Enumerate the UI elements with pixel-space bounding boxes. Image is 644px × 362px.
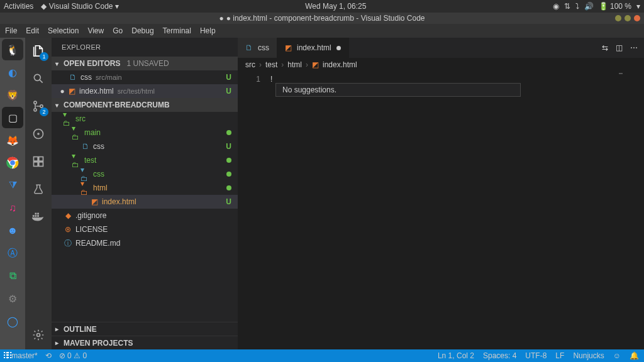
- clock[interactable]: Wed May 1, 06:25: [119, 2, 553, 11]
- eol[interactable]: LF: [555, 351, 564, 360]
- tree-file[interactable]: ⓘREADME.md: [52, 236, 238, 250]
- network-icon[interactable]: ⇅: [564, 2, 570, 11]
- beaker-icon[interactable]: [30, 181, 47, 197]
- menu-selection[interactable]: Selection: [48, 26, 79, 35]
- source-control-icon[interactable]: 2: [30, 98, 47, 114]
- sync-icon[interactable]: ⟲: [45, 351, 52, 360]
- suggestion-widget[interactable]: No suggestions.: [275, 83, 521, 97]
- launcher-music-icon[interactable]: ♫: [2, 197, 23, 219]
- file-icon: ◩: [89, 197, 99, 206]
- language-mode[interactable]: Nunjucks: [573, 351, 604, 360]
- menu-terminal[interactable]: Terminal: [163, 26, 191, 35]
- svg-rect-16: [37, 213, 39, 215]
- extensions-icon[interactable]: [30, 153, 47, 170]
- debug-icon[interactable]: [30, 126, 47, 142]
- svg-rect-11: [39, 162, 43, 167]
- maximize-icon[interactable]: [625, 15, 631, 21]
- volume-icon[interactable]: 🔊: [584, 2, 594, 11]
- launcher-terminal-icon[interactable]: ▢: [2, 107, 23, 128]
- wifi-icon[interactable]: ⤵: [575, 2, 579, 11]
- power-icon[interactable]: ▾: [636, 2, 640, 11]
- menu-file[interactable]: File: [5, 26, 17, 35]
- editor-tab[interactable]: ◩ index.html: [277, 38, 349, 58]
- tree-file[interactable]: ◆.gitignore: [52, 209, 238, 222]
- code-editor[interactable]: 1 ! No suggestions.: [238, 72, 644, 349]
- file-icon: 🗋: [80, 142, 91, 151]
- tree-folder[interactable]: ▾ 🗀html: [52, 181, 238, 195]
- launcher-settings-icon[interactable]: ⚙: [2, 288, 23, 309]
- launcher-finder-icon[interactable]: ☻: [2, 220, 23, 241]
- menu-debug[interactable]: Debug: [131, 26, 153, 35]
- launcher-monitor-icon[interactable]: ⧉: [2, 265, 23, 287]
- settings-gear-icon[interactable]: [30, 327, 47, 343]
- system-tray[interactable]: ◉ ⇅ ⤵ 🔊 🔋 100 % ▾: [553, 2, 640, 11]
- tree-file[interactable]: ◩index.htmlU: [52, 195, 238, 209]
- svg-rect-14: [37, 215, 39, 217]
- chevron-right-icon: ▸: [55, 326, 58, 332]
- feedback-icon[interactable]: ☺: [613, 351, 621, 360]
- menu-go[interactable]: Go: [113, 26, 123, 35]
- launcher-chrome-icon[interactable]: [2, 152, 23, 173]
- launcher-app-icon[interactable]: ◯: [2, 310, 23, 332]
- explorer-icon[interactable]: 1: [30, 43, 47, 59]
- tree-folder[interactable]: ▾ 🗀test: [52, 153, 238, 167]
- menu-edit[interactable]: Edit: [26, 26, 39, 35]
- editor-tab[interactable]: 🗋 css: [238, 38, 277, 58]
- close-icon[interactable]: [634, 15, 640, 21]
- activities-button[interactable]: Activities: [4, 2, 33, 11]
- svg-rect-15: [35, 213, 37, 215]
- svg-point-2: [34, 74, 40, 80]
- launcher-vscode-icon[interactable]: ⧩: [2, 175, 23, 196]
- launcher-appstore-icon[interactable]: Ⓐ: [2, 243, 23, 264]
- statusbar: ᛘ master* ⟲ ⊘ 0 ⚠ 0 Ln 1, Col 2 Spaces: …: [0, 349, 644, 362]
- project-header[interactable]: ▾ COMPONENT-BREADCRUMB: [52, 98, 238, 112]
- html-file-icon: ◩: [312, 60, 319, 69]
- open-editor-item[interactable]: 🗋 csssrc/main U: [52, 70, 238, 84]
- encoding[interactable]: UTF-8: [525, 351, 547, 360]
- battery-icon[interactable]: 🔋 100 %: [599, 2, 631, 11]
- compare-icon[interactable]: ⇆: [602, 43, 608, 52]
- svg-point-1: [10, 160, 15, 165]
- menu-help[interactable]: Help: [200, 26, 216, 35]
- indentation[interactable]: Spaces: 4: [483, 351, 516, 360]
- launcher-firefox-icon[interactable]: 🦊: [2, 129, 23, 151]
- folder-icon: ▾ 🗀: [80, 179, 91, 197]
- modified-dot-icon: ●: [58, 87, 67, 96]
- explorer-badge: 1: [40, 52, 48, 61]
- html-file-icon: ◩: [67, 87, 77, 96]
- search-icon[interactable]: [30, 70, 47, 87]
- chrome-tray-icon[interactable]: ◉: [553, 2, 559, 11]
- modified-dot-icon: [336, 46, 341, 50]
- svg-point-4: [34, 109, 36, 111]
- cursor-position[interactable]: Ln 1, Col 2: [438, 351, 474, 360]
- menubar: File Edit Selection View Go Debug Termin…: [0, 24, 644, 38]
- breadcrumb[interactable]: src› test› html› ◩ index.html: [238, 58, 644, 72]
- launcher-app-icon[interactable]: ◐: [2, 62, 23, 83]
- maven-section[interactable]: ▸MAVEN PROJECTS: [52, 336, 238, 349]
- split-editor-icon[interactable]: ◫: [616, 43, 623, 52]
- tree-folder[interactable]: ▾ 🗀main: [52, 126, 238, 140]
- code-line[interactable]: !: [270, 73, 272, 85]
- ubuntu-launcher: 🐧 ◐ 🦁 ▢ 🦊 ⧩ ♫ ☻ Ⓐ ⧉ ⚙ ◯: [0, 38, 25, 349]
- chevron-down-icon: ▾: [55, 60, 58, 67]
- minimize-icon[interactable]: [615, 15, 621, 21]
- menu-view[interactable]: View: [87, 26, 104, 35]
- docker-icon[interactable]: [30, 209, 47, 225]
- minimap[interactable]: [616, 72, 643, 349]
- outline-section[interactable]: ▸OUTLINE: [52, 322, 238, 336]
- launcher-app-icon[interactable]: 🐧: [2, 39, 23, 60]
- problems[interactable]: ⊘ 0 ⚠ 0: [59, 351, 87, 360]
- svg-rect-9: [39, 157, 43, 162]
- more-icon[interactable]: ⋯: [630, 43, 638, 52]
- notifications-icon[interactable]: 🔔: [630, 351, 639, 360]
- folder-icon: ▾ 🗀: [72, 124, 82, 141]
- show-applications-icon[interactable]: ⠿⠿: [3, 351, 10, 361]
- open-editors-header[interactable]: ▾ OPEN EDITORS 1 UNSAVED: [52, 57, 238, 70]
- tree-file[interactable]: ⊛LICENSE: [52, 222, 238, 236]
- open-editor-item[interactable]: ● ◩ index.htmlsrc/test/html U: [52, 84, 238, 98]
- explorer-sidebar: EXPLORER ▾ OPEN EDITORS 1 UNSAVED 🗋 csss…: [52, 38, 238, 349]
- chevron-right-icon: ▸: [55, 339, 58, 346]
- active-app[interactable]: ◆ Visual Studio Code ▾: [41, 2, 119, 11]
- launcher-app-icon[interactable]: 🦁: [2, 84, 23, 106]
- tree-folder[interactable]: ▾ 🗀css: [52, 167, 238, 181]
